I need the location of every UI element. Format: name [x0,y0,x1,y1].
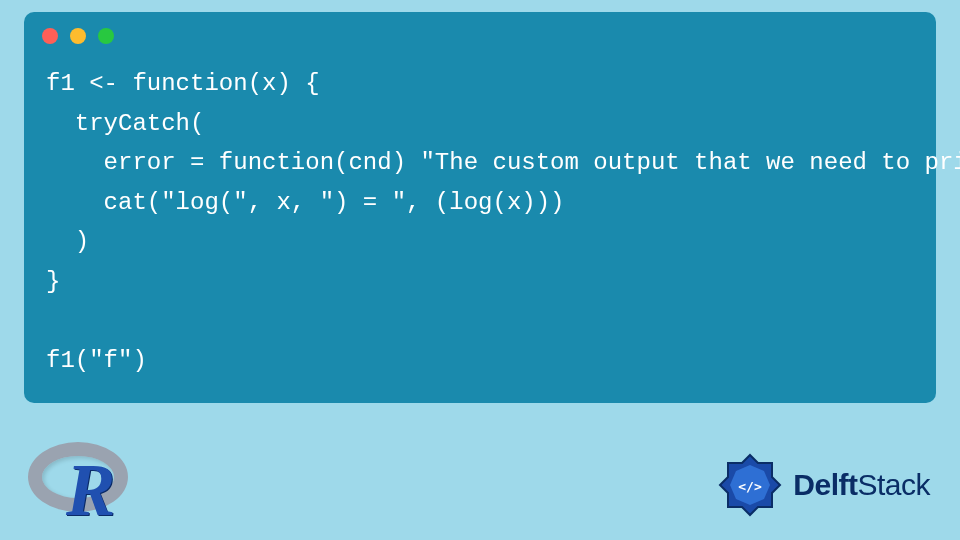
r-logo-letter: R [66,448,115,533]
delftstack-logo: </> DelftStack [717,452,930,518]
r-language-logo: R [28,438,138,526]
delftstack-badge-icon: </> [717,452,783,518]
maximize-icon [98,28,114,44]
delftstack-text-bold: Delft [793,468,857,501]
delftstack-text: DelftStack [793,468,930,502]
code-block: f1 <- function(x) { tryCatch( error = fu… [24,56,936,385]
minimize-icon [70,28,86,44]
delftstack-text-rest: Stack [857,468,930,501]
window-titlebar [24,12,936,56]
close-icon [42,28,58,44]
svg-text:</>: </> [739,479,763,494]
code-window: f1 <- function(x) { tryCatch( error = fu… [24,12,936,403]
